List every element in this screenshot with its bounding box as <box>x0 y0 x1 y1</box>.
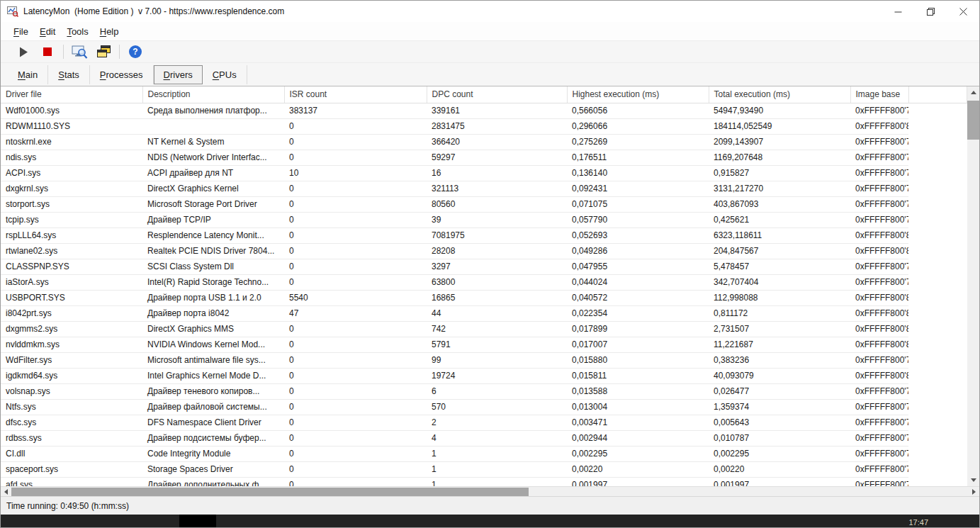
table-cell: 80560 <box>427 196 567 212</box>
table-cell: dfsc.sys <box>1 415 142 430</box>
table-row[interactable]: storport.sysMicrosoft Storage Port Drive… <box>1 196 967 212</box>
taskbar-clock[interactable]: 17:47 <box>908 518 928 527</box>
table-cell: 1,359374 <box>709 399 850 415</box>
menu-help[interactable]: Help <box>94 24 125 39</box>
table-row[interactable]: dxgkrnl.sysDirectX Graphics Kernel032111… <box>1 181 967 196</box>
table-row[interactable]: dxgmms2.sysDirectX Graphics MMS07420,017… <box>1 321 967 337</box>
horizontal-scroll-thumb[interactable] <box>11 488 529 496</box>
vertical-scroll-thumb[interactable] <box>967 101 979 140</box>
table-row[interactable]: Ntfs.sysДрайвер файловой системы...05700… <box>1 399 967 415</box>
table-row[interactable]: igdkmd64.sysIntel Graphics Kernel Mode D… <box>1 368 967 383</box>
table-cell: 0,022354 <box>567 305 709 321</box>
table-cell: 403,867093 <box>709 196 850 212</box>
table-cell: 0 <box>284 337 427 352</box>
table-row[interactable]: WdFilter.sysMicrosoft antimalware file s… <box>1 352 967 368</box>
table-cell: 40,093079 <box>709 368 850 383</box>
table-row[interactable]: volsnap.sysДрайвер теневого копиров...06… <box>1 383 967 399</box>
table-cell: 0 <box>284 352 427 368</box>
table-row[interactable]: CI.dllCode Integrity Module010,0022950,0… <box>1 446 967 461</box>
scroll-up-button[interactable] <box>967 86 979 99</box>
menu-tools[interactable]: Tools <box>61 24 94 39</box>
taskbar-strip: 17:47 <box>1 515 979 527</box>
stop-icon <box>43 47 52 56</box>
table-row[interactable]: tcpip.sysДрайвер TCP/IP0390,0577900,4256… <box>1 212 967 228</box>
minimize-button[interactable] <box>882 1 914 22</box>
table-row[interactable]: RDWM1110.SYS028314750,296066184114,05254… <box>1 118 967 134</box>
table-row[interactable]: ACPI.sysACPI драйвер для NT10160,1361400… <box>1 165 967 181</box>
table-row[interactable]: dfsc.sysDFS Namespace Client Driver020,0… <box>1 415 967 430</box>
table-cell: 0xFFFFF800'755A0000 <box>850 103 908 118</box>
table-cell: dxgmms2.sys <box>1 321 142 337</box>
table-cell: 570 <box>427 399 567 415</box>
table-row[interactable]: i8042prt.sysДрайвер порта i804247440,022… <box>1 305 967 321</box>
table-cell: 0,044024 <box>567 274 709 290</box>
table-cell: 99 <box>427 352 567 368</box>
table-cell: 0xFFFFF800'76EF0000 <box>850 259 908 274</box>
vertical-scroll-track[interactable] <box>967 99 979 474</box>
table-cell: NVIDIA Windows Kernel Mod... <box>142 337 284 352</box>
stop-monitor-button[interactable] <box>38 43 57 61</box>
table-cell: 16865 <box>427 290 567 305</box>
windows-button[interactable] <box>94 43 113 61</box>
table-row[interactable]: afd.sysДрайвер дополнительных ф...010,00… <box>1 477 967 486</box>
menu-file[interactable]: File <box>8 24 34 39</box>
restore-button[interactable] <box>914 1 947 22</box>
table-row[interactable]: CLASSPNP.SYSSCSI Class System Dll032970,… <box>1 259 967 274</box>
close-button[interactable] <box>947 1 979 22</box>
table-cell: 0 <box>284 415 427 430</box>
table-row[interactable]: rtwlane02.sysRealtek PCIE NDIS Driver 78… <box>1 243 967 259</box>
column-header[interactable]: Highest execution (ms) <box>567 86 709 103</box>
scroll-right-button[interactable] <box>969 487 979 496</box>
column-header[interactable]: Description <box>142 86 284 103</box>
table-row[interactable]: spaceport.sysStorage Spaces Driver010,00… <box>1 461 967 477</box>
table-cell: ntoskrnl.exe <box>1 134 142 150</box>
table-cell: 63800 <box>427 274 567 290</box>
start-monitor-button[interactable] <box>13 43 33 61</box>
menu-edit[interactable]: Edit <box>34 24 61 39</box>
column-header[interactable]: Driver file <box>1 86 142 103</box>
table-row[interactable]: iaStorA.sysIntel(R) Rapid Storage Techno… <box>1 274 967 290</box>
table-row[interactable]: nvlddmkm.sysNVIDIA Windows Kernel Mod...… <box>1 337 967 352</box>
table-cell: nvlddmkm.sys <box>1 337 142 352</box>
column-header[interactable]: DPC count <box>427 86 567 103</box>
table-cell: 4 <box>427 430 567 446</box>
column-header[interactable]: Image base <box>850 86 908 103</box>
tab-main[interactable]: Main <box>8 65 48 84</box>
table-cell: 0,001997 <box>567 477 709 486</box>
table-cell: DirectX Graphics Kernel <box>142 181 284 196</box>
table-cell: ACPI драйвер для NT <box>142 165 284 181</box>
table-row[interactable]: ntoskrnl.exeNT Kernel & System03664200,2… <box>1 134 967 150</box>
help-button[interactable]: ? <box>125 43 145 61</box>
table-cell: 0xFFFFF800'82480000 <box>850 290 908 305</box>
table-cell: 0 <box>284 446 427 461</box>
tab-processes[interactable]: Processes <box>90 65 154 84</box>
tab-cpus[interactable]: CPUs <box>203 65 247 84</box>
table-cell: 0 <box>284 461 427 477</box>
table-row[interactable]: ndis.sysNDIS (Network Driver Interfac...… <box>1 150 967 165</box>
table-cell: iaStorA.sys <box>1 274 142 290</box>
table-cell: CI.dll <box>1 446 142 461</box>
table-cell: 0xFFFFF800'76D90000 <box>850 383 908 399</box>
table-row[interactable]: USBPORT.SYSДрайвер порта USB 1.1 и 2.055… <box>1 290 967 305</box>
table-cell: 3131,217270 <box>709 181 850 196</box>
table-cell: 0xFFFFF800'75A90000 <box>850 461 908 477</box>
table-cell: 342,707404 <box>709 274 850 290</box>
horizontal-scrollbar[interactable] <box>1 486 979 496</box>
table-row[interactable]: rdbss.sysДрайвер подсистемы буфер...040,… <box>1 430 967 446</box>
tab-drivers[interactable]: Drivers <box>154 65 203 84</box>
table-row[interactable]: rspLLL64.sysResplendence Latency Monit..… <box>1 228 967 243</box>
taskbar-app-button[interactable] <box>179 515 216 527</box>
vertical-scrollbar[interactable] <box>967 86 979 486</box>
table-cell: Intel(R) Rapid Storage Techno... <box>142 274 284 290</box>
table-cell: 0,047955 <box>567 259 709 274</box>
tab-stats[interactable]: Stats <box>48 65 90 84</box>
scroll-down-button[interactable] <box>967 474 979 486</box>
table-row[interactable]: Wdf01000.sysСреда выполнения платфор...3… <box>1 103 967 118</box>
table-cell: 321113 <box>427 181 567 196</box>
column-header[interactable]: ISR count <box>284 86 427 103</box>
analyze-button[interactable] <box>69 43 89 61</box>
column-header[interactable]: Total execution (ms) <box>709 86 850 103</box>
scroll-left-button[interactable] <box>1 487 11 496</box>
table-cell: Resplendence Latency Monit... <box>142 228 284 243</box>
restore-icon <box>927 8 935 16</box>
